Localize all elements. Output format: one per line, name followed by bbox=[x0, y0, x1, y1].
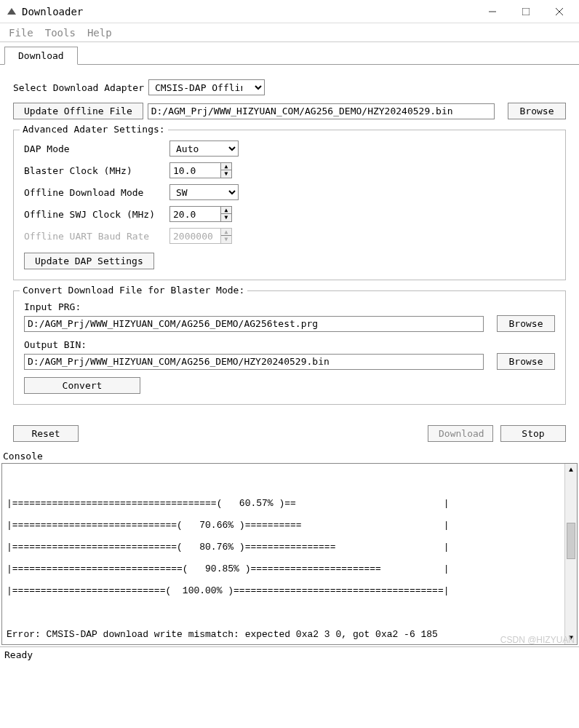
offline-file-input[interactable] bbox=[148, 103, 495, 119]
console-label: Console bbox=[0, 449, 579, 463]
adapter-label: Select Download Adapter bbox=[13, 82, 144, 93]
advanced-settings-group: Advanced Adater Settings: DAP Mode Auto … bbox=[13, 130, 566, 280]
watermark: CSDN @HIZYUAN bbox=[500, 635, 575, 645]
console-line: |===========================( 100.00% )=… bbox=[7, 585, 450, 596]
download-button[interactable]: Download bbox=[428, 425, 493, 442]
convert-button[interactable]: Convert bbox=[24, 377, 140, 394]
input-prg-field[interactable] bbox=[24, 316, 484, 332]
browse-offline-file-button[interactable]: Browse bbox=[508, 103, 566, 119]
blaster-clock-label: Blaster Clock (MHz) bbox=[24, 165, 169, 176]
console-line: |====================================( 6… bbox=[7, 498, 450, 509]
output-bin-field[interactable] bbox=[24, 354, 484, 370]
swj-clock-spinner[interactable]: ▲▼ bbox=[220, 206, 232, 222]
input-prg-label: Input PRG: bbox=[24, 301, 555, 312]
tab-download[interactable]: Download bbox=[4, 47, 78, 65]
blaster-clock-input[interactable] bbox=[169, 162, 220, 178]
console-line: |=============================( 70.66% )… bbox=[7, 520, 450, 531]
console-scrollbar[interactable]: ▲ ▼ bbox=[564, 464, 577, 644]
update-offline-file-button[interactable]: Update Offline File bbox=[13, 103, 143, 119]
menu-file[interactable]: File bbox=[3, 25, 39, 40]
browse-input-prg-button[interactable]: Browse bbox=[497, 315, 555, 332]
svg-rect-1 bbox=[522, 8, 530, 15]
convert-group: Convert Download File for Blaster Mode: … bbox=[13, 290, 566, 405]
console-line: |=============================( 80.76% )… bbox=[7, 542, 450, 553]
close-button[interactable] bbox=[543, 1, 576, 23]
browse-output-bin-button[interactable]: Browse bbox=[497, 353, 555, 370]
window-title: Downloader bbox=[22, 6, 83, 17]
menu-tools[interactable]: Tools bbox=[39, 25, 81, 40]
swj-clock-label: Offline SWJ Clock (MHz) bbox=[24, 209, 169, 220]
dap-mode-select[interactable]: Auto bbox=[169, 141, 239, 157]
adapter-select[interactable]: CMSIS-DAP Offline bbox=[148, 79, 265, 95]
titlebar: Downloader bbox=[0, 0, 579, 23]
reset-button[interactable]: Reset bbox=[13, 425, 79, 442]
advanced-legend: Advanced Adater Settings: bbox=[20, 124, 168, 135]
uart-baud-label: Offline UART Baud Rate bbox=[24, 231, 169, 242]
scroll-up-icon[interactable]: ▲ bbox=[565, 464, 577, 476]
status-text: Ready bbox=[4, 649, 33, 660]
console-line: |==============================( 90.85% … bbox=[7, 563, 450, 574]
maximize-button[interactable] bbox=[509, 1, 543, 23]
update-dap-settings-button[interactable]: Update DAP Settings bbox=[24, 253, 154, 269]
console-output: |====================================( 6… bbox=[1, 463, 578, 645]
offline-mode-select[interactable]: SW bbox=[169, 184, 239, 200]
offline-mode-label: Offline Download Mode bbox=[24, 187, 169, 198]
scroll-thumb[interactable] bbox=[567, 523, 575, 559]
tabbar: Download bbox=[0, 47, 579, 65]
dap-mode-label: DAP Mode bbox=[24, 143, 169, 154]
convert-legend: Convert Download File for Blaster Mode: bbox=[20, 285, 247, 296]
menu-help[interactable]: Help bbox=[81, 25, 118, 40]
status-bar: Ready bbox=[0, 646, 579, 662]
output-bin-label: Output BIN: bbox=[24, 339, 555, 350]
app-icon bbox=[6, 6, 17, 17]
menubar: File Tools Help bbox=[0, 23, 579, 42]
uart-baud-spinner: ▲▼ bbox=[220, 228, 232, 244]
console-line: Error: CMSIS-DAP download write mismatch… bbox=[7, 629, 438, 640]
blaster-clock-spinner[interactable]: ▲▼ bbox=[220, 162, 232, 178]
uart-baud-input bbox=[169, 228, 220, 244]
swj-clock-input[interactable] bbox=[169, 206, 220, 222]
minimize-button[interactable] bbox=[476, 1, 509, 23]
stop-button[interactable]: Stop bbox=[500, 425, 566, 442]
